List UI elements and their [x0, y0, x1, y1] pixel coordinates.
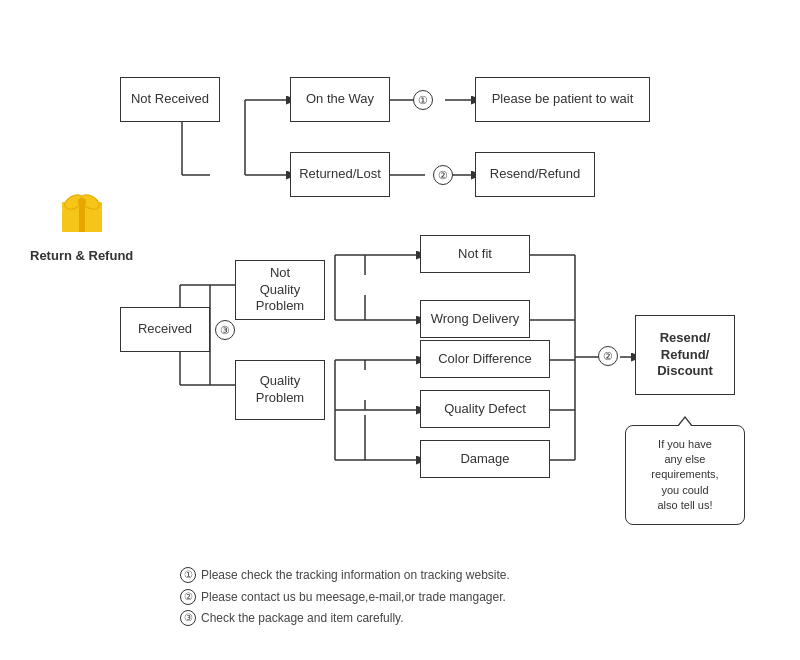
quality-defect-box: Quality Defect [420, 390, 550, 428]
resend-refund-box: Resend/Refund [475, 152, 595, 197]
received-box: Received [120, 307, 210, 352]
note-3: ③ Check the package and item carefully. [180, 608, 510, 630]
icon-area: Return & Refund [30, 180, 133, 265]
circle-1: ① [413, 90, 433, 110]
note-1-circle: ① [180, 567, 196, 583]
damage-box: Damage [420, 440, 550, 478]
color-difference-box: Color Difference [420, 340, 550, 378]
footer-notes: ① Please check the tracking information … [180, 565, 510, 630]
wrong-delivery-box: Wrong Delivery [420, 300, 530, 338]
note-2-circle: ② [180, 589, 196, 605]
circle-2-upper: ② [433, 165, 453, 185]
flow-diagram: Not Received ① On the Way Please be pati… [120, 20, 780, 580]
returned-lost-box: Returned/Lost [290, 152, 390, 197]
quality-problem-box: Quality Problem [235, 360, 325, 420]
note-1-text: Please check the tracking information on… [201, 565, 510, 587]
page-container: Return & Refund [0, 0, 800, 660]
not-quality-problem-box: Not Quality Problem [235, 260, 325, 320]
not-fit-box: Not fit [420, 235, 530, 273]
circle-2-lower: ② [598, 346, 618, 366]
icon-label: Return & Refund [30, 248, 133, 265]
please-wait-box: Please be patient to wait [475, 77, 650, 122]
svg-point-6 [78, 198, 86, 206]
on-the-way-box: On the Way [290, 77, 390, 122]
gift-icon [52, 180, 112, 240]
note-3-circle: ③ [180, 610, 196, 626]
note-1: ① Please check the tracking information … [180, 565, 510, 587]
note-3-text: Check the package and item carefully. [201, 608, 404, 630]
circle-3: ③ [215, 320, 235, 340]
not-received-box: Not Received [120, 77, 220, 122]
speech-bubble: If you have any else requirements, you c… [625, 425, 745, 525]
resend-refund-discount-box: Resend/ Refund/ Discount [635, 315, 735, 395]
svg-rect-3 [79, 210, 85, 232]
note-2-text: Please contact us bu meesage,e-mail,or t… [201, 587, 506, 609]
note-2: ② Please contact us bu meesage,e-mail,or… [180, 587, 510, 609]
